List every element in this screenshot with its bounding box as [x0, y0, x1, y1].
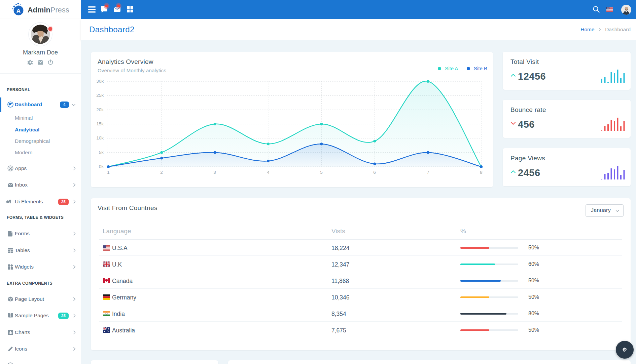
svg-text:7: 7	[427, 170, 429, 175]
svg-text:0k: 0k	[99, 164, 104, 169]
svg-text:10k: 10k	[96, 135, 104, 140]
svg-text:20k: 20k	[96, 107, 104, 112]
svg-text:25k: 25k	[96, 93, 104, 98]
svg-text:30k: 30k	[96, 79, 104, 84]
svg-text:1: 1	[107, 170, 110, 175]
svg-text:A: A	[16, 8, 21, 14]
svg-text:4: 4	[267, 170, 270, 175]
svg-text:5: 5	[320, 170, 323, 175]
svg-text:3: 3	[213, 170, 216, 175]
svg-text:5k: 5k	[99, 150, 104, 155]
svg-text:6: 6	[373, 170, 376, 175]
svg-text:2: 2	[160, 170, 163, 175]
svg-text:15k: 15k	[96, 121, 104, 126]
svg-text:8: 8	[480, 170, 483, 175]
